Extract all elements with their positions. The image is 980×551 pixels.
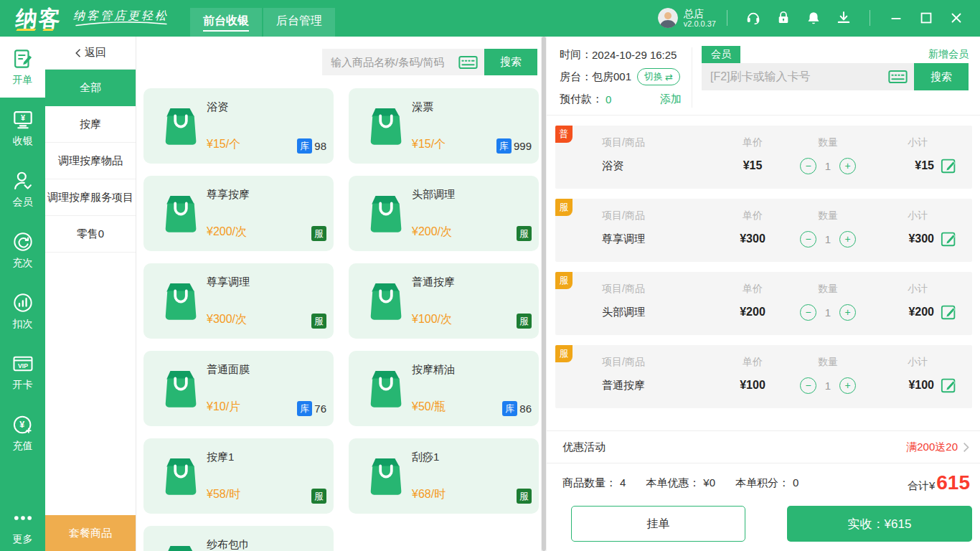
order-meta: 时间： 2024-10-29 16:25 房台： 包房001 切换 ⇄ 预付款：… — [560, 46, 682, 108]
lock-icon[interactable] — [776, 10, 791, 26]
member-search-button[interactable]: 搜索 — [914, 63, 969, 90]
pay-button[interactable]: 实收：¥615 — [787, 506, 972, 542]
service-badge: 服 — [311, 489, 326, 504]
product-card[interactable]: 按摩精油¥50/瓶库86 — [349, 351, 539, 426]
product-card[interactable]: 按摩1¥58/时服 — [143, 438, 334, 514]
increase-qty-button[interactable]: + — [839, 304, 856, 321]
order-info: 时间： 2024-10-29 16:25 房台： 包房001 切换 ⇄ 预付款：… — [547, 37, 980, 116]
hold-order-button[interactable]: 挂单 — [571, 506, 745, 542]
product-card[interactable]: 浴资¥15/个库98 — [143, 88, 334, 164]
tab-backend-admin[interactable]: 后台管理 — [263, 8, 335, 37]
category-item[interactable]: 调理按摩服务项目 — [45, 179, 136, 216]
product-card[interactable]: 纱布包巾 — [143, 526, 334, 551]
package-products-button[interactable]: 套餐商品 — [45, 515, 136, 551]
decrease-qty-button[interactable]: − — [800, 377, 816, 394]
tab-front-cashier[interactable]: 前台收银 — [190, 8, 262, 37]
keyboard-icon[interactable] — [888, 70, 908, 84]
stock-count: 86 — [519, 402, 532, 415]
product-badges: 服 — [517, 489, 532, 504]
avatar[interactable] — [658, 8, 678, 28]
topbar-divider — [870, 10, 870, 26]
order-discount: 本单优惠：¥0 — [646, 476, 715, 490]
back-chevron-icon — [75, 48, 81, 58]
close-button[interactable] — [948, 10, 964, 26]
app-tagline: 纳客管店更轻松 — [73, 10, 169, 27]
decrease-qty-button[interactable]: − — [800, 158, 816, 174]
minimize-button[interactable] — [888, 10, 904, 26]
edit-item-icon[interactable] — [941, 157, 958, 174]
product-price: ¥10/片 — [207, 400, 240, 415]
sidebar-item-more[interactable]: 更多 — [0, 502, 45, 551]
product-card[interactable]: 普通按摩¥100/次服 — [349, 263, 539, 339]
stock-badge: 库 — [496, 138, 512, 154]
edit-item-icon[interactable] — [941, 303, 958, 321]
keyboard-icon[interactable] — [458, 55, 478, 70]
sidebar-item-shouyin[interactable]: ¥收银 — [0, 98, 45, 159]
product-card[interactable]: 尊享调理¥300/次服 — [143, 263, 334, 339]
order-total: 合计¥ 615 — [908, 473, 970, 493]
member-card-input[interactable] — [702, 70, 888, 83]
cart-item-price: ¥100 — [724, 379, 781, 392]
cart-item-price: ¥200 — [724, 306, 781, 319]
sidebar-item-huiyuan[interactable]: 会员 — [0, 159, 45, 220]
product-price: ¥50/瓶 — [412, 400, 446, 415]
back-button[interactable]: 返回 — [45, 37, 136, 70]
category-item[interactable]: 按摩 — [45, 106, 136, 143]
category-item[interactable]: 全部 — [45, 70, 136, 106]
scrollbar-thumb[interactable] — [542, 37, 546, 551]
decrease-qty-button[interactable]: − — [800, 231, 816, 248]
category-panel: 返回 全部按摩调理按摩物品调理按摩服务项目零售0 套餐商品 — [45, 37, 136, 551]
new-member-link[interactable]: 新增会员 — [928, 48, 969, 63]
cart-item: 普项目/商品单价数量小计浴资¥15−1+¥15 — [555, 126, 972, 189]
time-row: 时间： 2024-10-29 16:25 — [560, 46, 682, 63]
product-badges: 库999 — [496, 138, 532, 154]
cart-item-subtotal: ¥300 — [908, 232, 934, 245]
category-item[interactable]: 零售0 — [45, 216, 136, 253]
edit-item-icon[interactable] — [941, 377, 958, 394]
notification-bell-icon[interactable] — [806, 10, 821, 26]
product-card[interactable]: 头部调理¥200/次服 — [349, 176, 539, 251]
category-item[interactable]: 调理按摩物品 — [45, 143, 136, 179]
product-name: 纱布包巾 — [207, 538, 250, 551]
product-search-input[interactable] — [322, 56, 458, 68]
edit-item-icon[interactable] — [941, 230, 958, 248]
increase-qty-button[interactable]: + — [839, 377, 856, 394]
product-scrollbar[interactable] — [541, 37, 547, 551]
service-badge: 服 — [311, 314, 326, 329]
add-prepaid-link[interactable]: 添加 — [660, 93, 682, 106]
product-name: 普通面膜 — [207, 363, 250, 377]
deduct-times-icon — [12, 292, 34, 314]
sidebar-item-kaika[interactable]: VIP开卡 — [0, 342, 45, 402]
room-row: 房台： 包房001 切换 ⇄ — [560, 68, 682, 85]
cart-item-values: 普通按摩¥100−1+¥100 — [555, 377, 972, 394]
customer-service-icon[interactable] — [745, 10, 761, 26]
cart-item-subtotal-cell: ¥200 — [875, 303, 958, 321]
download-icon[interactable] — [836, 10, 852, 26]
decrease-qty-button[interactable]: − — [800, 304, 816, 321]
cashier-icon: ¥ — [12, 109, 34, 131]
increase-qty-button[interactable]: + — [839, 158, 856, 174]
member-top: 会员 新增会员 — [702, 46, 969, 63]
sidebar-item-chongzhi[interactable]: ¥充值 — [0, 402, 45, 463]
svg-text:¥: ¥ — [19, 420, 24, 430]
product-card[interactable]: 刮痧1¥68/时服 — [349, 438, 539, 514]
increase-qty-button[interactable]: + — [839, 231, 856, 248]
maximize-button[interactable] — [918, 10, 934, 26]
product-search-button[interactable]: 搜索 — [484, 49, 537, 75]
promo-link[interactable]: 满200送20 — [906, 441, 970, 454]
chevron-right-icon — [963, 442, 970, 453]
main-area: 开单¥收银会员充次扣次VIP开卡¥充值更多 返回 全部按摩调理按摩物品调理按摩服… — [0, 37, 980, 551]
product-card[interactable]: 普通面膜¥10/片库76 — [143, 351, 334, 426]
sidebar-item-kouci[interactable]: 扣次 — [0, 281, 45, 342]
sidebar-item-chongci[interactable]: 充次 — [0, 220, 45, 281]
cart-item-subtotal: ¥200 — [908, 306, 934, 319]
switch-room-button[interactable]: 切换 ⇄ — [637, 68, 680, 85]
cart-item-headers: 项目/商品单价数量小计 — [555, 345, 972, 369]
product-badges: 服 — [517, 314, 532, 329]
more-icon — [12, 507, 34, 529]
product-card[interactable]: 尊享按摩¥200/次服 — [143, 176, 334, 251]
product-price: ¥200/次 — [207, 225, 247, 240]
product-card[interactable]: 澡票¥15/个库999 — [349, 88, 539, 164]
member-tab[interactable]: 会员 — [702, 46, 740, 63]
sidebar-item-kaidan[interactable]: 开单 — [0, 37, 45, 98]
